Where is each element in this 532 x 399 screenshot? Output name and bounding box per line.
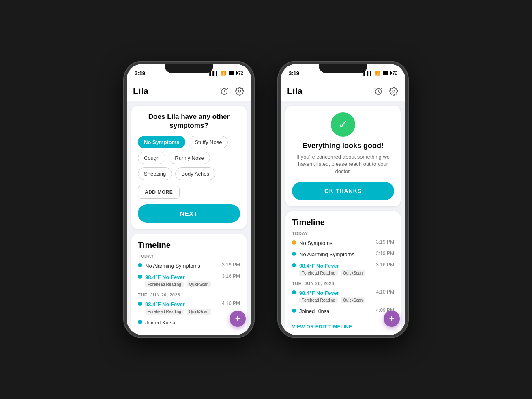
item-label-link[interactable]: 98.4°F No Fever (299, 263, 339, 269)
timeline-item: No Alarming Symptoms 3:19 PM (138, 262, 240, 269)
dot-orange (292, 240, 296, 245)
timeline-items-today-left: No Alarming Symptoms 3:19 PM 98.4°F No F… (138, 262, 240, 287)
svg-point-1 (238, 90, 241, 92)
dot-blue (292, 252, 296, 256)
item-time: 3:19 PM (376, 239, 394, 245)
item-sub: Forehead Reading QuickScan (145, 281, 219, 287)
timeline-item: Joined Kinsa 4:0 (138, 319, 240, 326)
pill-sneezing[interactable]: Sneezing (138, 167, 172, 180)
wifi-icon: 📶 (375, 71, 380, 76)
header-icons-left (219, 86, 245, 97)
status-bar-right: 3:19 ▌▌▌ 📶 72 (281, 64, 405, 82)
item-sub: Forehead Reading QuickScan (299, 270, 373, 276)
success-card: ✓ Everything looks good! If you're conce… (285, 106, 401, 206)
success-circle: ✓ (331, 112, 355, 137)
success-title: Everything looks good! (292, 142, 394, 150)
item-time: 3:16 PM (222, 273, 240, 279)
item-time: 3:19 PM (222, 262, 240, 268)
item-sub: Forehead Reading QuickScan (145, 309, 219, 315)
status-time-left: 3:19 (135, 70, 145, 76)
signal-icon: ▌▌▌ (209, 71, 219, 75)
view-timeline-row-right: VIEW OR EDIT TIMELINE (292, 320, 394, 330)
item-time: 4:10 PM (376, 289, 394, 295)
item-label: No Symptoms (299, 240, 332, 246)
battery-pct: 72 (393, 71, 397, 75)
timeline-title-right: Timeline (292, 218, 394, 227)
battery-icon (382, 71, 391, 75)
app-title-left: Lila (133, 86, 148, 97)
status-time-right: 3:19 (289, 70, 299, 76)
pill-stuffy-nose[interactable]: Stuffy Nose (189, 136, 228, 148)
timeline-item: Joined Kinsa 4:09 PM (292, 307, 394, 315)
settings-icon[interactable] (234, 86, 245, 97)
item-label-link[interactable]: 98.4°F No Fever (299, 290, 339, 296)
item-label: Joined Kinsa (145, 320, 175, 326)
timeline-section-today-right: TODAY (292, 231, 394, 236)
pill-runny-nose[interactable]: Runny Nose (169, 152, 210, 164)
item-label-link[interactable]: 98.4°F No Fever (145, 274, 185, 280)
app-title-right: Lila (287, 86, 302, 97)
fab-left[interactable]: + (230, 311, 246, 327)
timeline-item: 98.4°F No Fever Forehead Reading QuickSc… (292, 262, 394, 276)
timeline-section-tue-right: TUE, JUN 20, 2023 (292, 281, 394, 286)
timeline-item: 98.4°F No Fever Forehead Reading QuickSc… (138, 300, 240, 315)
dot-blue (138, 275, 142, 279)
notch-right (319, 64, 367, 73)
symptom-pills: No Symptoms Stuffy Nose Cough Runny Nose… (138, 136, 240, 180)
question-title: Does Lila have any other symptoms? (138, 112, 240, 130)
status-icons-right: ▌▌▌ 📶 72 (363, 71, 397, 76)
timeline-item: 98.4°F No Fever Forehead Reading QuickSc… (138, 273, 240, 287)
view-timeline-link-right[interactable]: VIEW OR EDIT TIMELINE (292, 324, 352, 330)
item-label: Joined Kinsa (299, 308, 329, 314)
signal-icon: ▌▌▌ (363, 71, 373, 75)
item-label: No Alarming Symptoms (299, 251, 354, 257)
app-header-left: Lila (127, 82, 251, 101)
next-button[interactable]: NEXT (138, 204, 240, 223)
timeline-item: No Alarming Symptoms 3:19 PM (292, 251, 394, 258)
timeline-items-today-right: No Symptoms 3:19 PM No Alarming Symptoms… (292, 239, 394, 276)
dot-blue (292, 290, 296, 294)
fab-right[interactable]: + (384, 311, 400, 327)
timeline-items-tue-left: 98.4°F No Fever Forehead Reading QuickSc… (138, 300, 240, 326)
dot-blue (138, 302, 142, 306)
success-icon-wrap: ✓ (292, 112, 394, 137)
item-sub: Forehead Reading QuickScan (299, 297, 373, 303)
timeline-items-tue-right: 98.4°F No Fever Forehead Reading QuickSc… (292, 289, 394, 315)
phone-right: 3:19 ▌▌▌ 📶 72 Lila (278, 62, 408, 337)
timeline-item: No Symptoms 3:19 PM (292, 239, 394, 247)
timeline-section-tue-left: TUE, JUN 20, 2023 (138, 292, 240, 297)
success-desc: If you're concerned about something we h… (292, 153, 394, 176)
question-card: Does Lila have any other symptoms? No Sy… (131, 106, 247, 229)
alarm-icon[interactable] (373, 86, 384, 97)
pill-body-aches[interactable]: Body Aches (175, 167, 215, 180)
settings-icon[interactable] (388, 86, 399, 97)
notch-left (165, 64, 213, 73)
phone-left: 3:19 ▌▌▌ 📶 72 Lila (124, 62, 254, 337)
dot-blue (138, 263, 142, 267)
dot-blue (292, 309, 296, 313)
alarm-icon[interactable] (219, 86, 230, 97)
pill-no-symptoms[interactable]: No Symptoms (138, 136, 185, 148)
view-timeline-row-left: VIEW OR EDIT TIMELINE › (138, 331, 240, 335)
dot-blue (292, 263, 296, 267)
svg-point-3 (393, 90, 395, 92)
item-label-link[interactable]: 98.4°F No Fever (145, 301, 185, 307)
checkmark-icon: ✓ (338, 118, 348, 131)
wifi-icon: 📶 (221, 71, 226, 76)
timeline-section-today-left: TODAY (138, 254, 240, 259)
ok-thanks-button[interactable]: OK THANKS (292, 182, 394, 200)
item-time: 3:16 PM (376, 262, 394, 268)
scroll-content-left: Does Lila have any other symptoms? No Sy… (127, 101, 251, 335)
pill-cough[interactable]: Cough (138, 152, 165, 164)
timeline-title-left: Timeline (138, 240, 240, 250)
add-more-button[interactable]: ADD MORE (138, 186, 180, 199)
app-header-right: Lila (281, 82, 405, 101)
item-time: 3:19 PM (376, 251, 394, 256)
dot-blue (138, 320, 142, 324)
battery-icon (228, 71, 237, 75)
timeline-item: 98.4°F No Fever Forehead Reading QuickSc… (292, 289, 394, 303)
battery-pct: 72 (238, 71, 243, 75)
item-label: No Alarming Symptoms (145, 263, 200, 269)
scroll-content-right: ✓ Everything looks good! If you're conce… (281, 101, 405, 335)
timeline-card-right: Timeline TODAY No Symptoms 3:19 PM No Al… (285, 211, 401, 335)
